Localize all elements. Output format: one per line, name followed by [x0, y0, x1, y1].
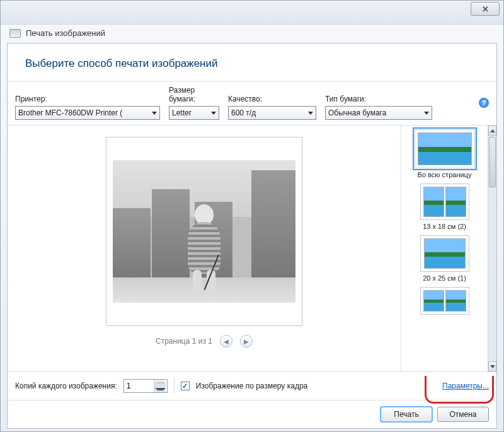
preview-frame [106, 137, 302, 326]
layout-thumb [420, 287, 469, 315]
scroll-up-button[interactable] [488, 126, 496, 136]
paper-size-combo[interactable]: Letter [169, 106, 219, 120]
quality-value: 600 т/д [231, 108, 256, 117]
preview-image [113, 160, 295, 303]
print-button[interactable]: Печать [381, 407, 432, 422]
arrow-down-icon [490, 365, 495, 368]
window-header: Печать изображений [1, 25, 503, 43]
layout-label: 20 x 25 см (1) [423, 274, 466, 282]
printer-label: Принтер: [15, 95, 160, 103]
help-icon[interactable]: ? [479, 98, 489, 108]
scroll-down-button[interactable] [488, 361, 496, 371]
print-button-label: Печать [394, 410, 418, 419]
layout-20x25[interactable]: 20 x 25 см (1) [420, 235, 469, 282]
copies-input[interactable] [124, 380, 154, 392]
layouts-pane: Во всю страницу 13 x 18 см (2) 20 x 25 с… [401, 126, 496, 371]
window-title: Печать изображений [26, 28, 105, 38]
print-pictures-dialog: ✕ Печать изображений Выберите способ печ… [0, 0, 504, 432]
print-options-row: Принтер: Brother MFC-7860DW Printer ( Ра… [8, 82, 496, 126]
dialog-buttons: Печать Отмена [8, 400, 496, 428]
layout-13x18[interactable]: 13 x 18 см (2) [420, 184, 469, 230]
pager: Страница 1 из 1 ◀ ▶ [156, 335, 253, 347]
chevron-down-icon [211, 112, 216, 115]
fit-frame-checkbox[interactable]: ✓ [181, 382, 190, 390]
options-link[interactable]: Параметры... [442, 382, 489, 390]
preview-pane: Страница 1 из 1 ◀ ▶ [8, 126, 401, 371]
quality-label: Качество: [228, 95, 316, 103]
paper-type-value: Обычная бумага [328, 108, 386, 117]
printer-icon [9, 29, 21, 38]
chevron-down-icon [152, 112, 157, 115]
layout-thumb [415, 129, 475, 168]
fit-frame-label: Изображение по размеру кадра [196, 382, 307, 390]
cancel-button[interactable]: Отмена [437, 407, 489, 422]
paper-size-value: Letter [172, 108, 192, 117]
main-area: Страница 1 из 1 ◀ ▶ Во всю страницу [8, 126, 496, 372]
arrow-down-icon [155, 388, 166, 391]
instruction-text: Выберите способ печати изображений [8, 44, 496, 82]
copies-down-button[interactable] [155, 387, 166, 393]
chevron-down-icon [424, 112, 429, 115]
layouts-scrollbar[interactable] [488, 126, 496, 371]
copies-up-button[interactable] [155, 380, 166, 387]
paper-type-label: Тип бумаги: [325, 95, 432, 103]
quality-combo[interactable]: 600 т/д [228, 106, 316, 120]
triangle-right-icon: ▶ [244, 338, 249, 345]
close-icon: ✕ [482, 4, 489, 14]
separator [174, 378, 175, 394]
pager-text: Страница 1 из 1 [156, 337, 212, 346]
cancel-button-label: Отмена [449, 410, 476, 419]
layout-thumb [420, 184, 469, 220]
page-prev-button[interactable]: ◀ [220, 335, 232, 347]
footer-row: Копий каждого изображения: ✓ Изображение… [8, 372, 496, 400]
layout-label: 13 x 18 см (2) [423, 223, 466, 230]
paper-type-combo[interactable]: Обычная бумага [325, 106, 432, 120]
layout-label: Во всю страницу [418, 171, 472, 178]
scroll-thumb[interactable] [489, 137, 496, 187]
chevron-down-icon [308, 112, 313, 115]
copies-label: Копий каждого изображения: [15, 382, 117, 390]
content-frame: Выберите способ печати изображений Принт… [7, 43, 497, 429]
layout-full-page[interactable]: Во всю страницу [415, 129, 475, 178]
layout-item[interactable] [420, 287, 469, 315]
page-next-button[interactable]: ▶ [240, 335, 253, 347]
window-close-button[interactable]: ✕ [471, 2, 500, 16]
arrow-up-icon [155, 382, 166, 384]
printer-value: Brother MFC-7860DW Printer ( [18, 108, 122, 117]
arrow-up-icon [490, 129, 495, 132]
paper-size-label: Размер бумаги: [169, 86, 219, 103]
copies-spinner[interactable] [123, 379, 168, 393]
titlebar: ✕ [1, 1, 503, 25]
printer-combo[interactable]: Brother MFC-7860DW Printer ( [15, 106, 160, 120]
layout-thumb [420, 235, 469, 272]
triangle-left-icon: ◀ [224, 338, 229, 345]
